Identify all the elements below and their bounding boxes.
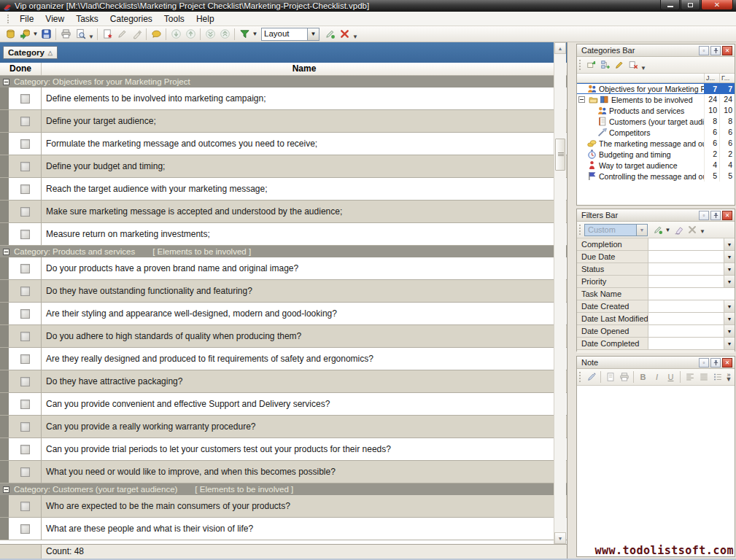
- task-checkbox[interactable]: [20, 524, 30, 534]
- align-left-icon[interactable]: [683, 371, 697, 384]
- close-panel-icon[interactable]: ✕: [722, 46, 732, 55]
- task-checkbox[interactable]: [20, 162, 30, 171]
- toolbar-overflow-icon[interactable]: »▼: [724, 373, 735, 381]
- task-row[interactable]: Define elements to be involved into mark…: [0, 88, 567, 110]
- task-row[interactable]: Define your budget and timing;: [0, 155, 567, 178]
- restore-panel-icon[interactable]: ▫: [699, 46, 709, 55]
- overflow-arrow-icon[interactable]: ▼: [699, 228, 706, 236]
- task-row[interactable]: Define your target audience;: [0, 110, 567, 133]
- task-row[interactable]: Reach the target audience with your mark…: [0, 178, 567, 201]
- task-row[interactable]: Measure return on marketing investments;: [0, 223, 567, 246]
- category-tree-item[interactable]: Customers (your target audience)88: [577, 116, 735, 127]
- filter-value-field[interactable]: [648, 338, 724, 349]
- task-row[interactable]: Make sure marketing message is accepted …: [0, 201, 567, 223]
- delete-layout-icon[interactable]: [337, 28, 352, 41]
- edit-note-icon[interactable]: [584, 371, 598, 384]
- minimize-button[interactable]: [660, 0, 680, 10]
- layout-view-icon[interactable]: [237, 28, 252, 41]
- task-row[interactable]: Can you provide a really working warrant…: [0, 416, 567, 438]
- filter-value-field[interactable]: [648, 288, 735, 300]
- category-tree-item[interactable]: Products and services1010: [577, 105, 735, 116]
- task-checkbox[interactable]: [20, 332, 30, 341]
- task-checkbox[interactable]: [20, 117, 30, 126]
- menu-item-tasks[interactable]: Tasks: [70, 12, 104, 26]
- task-checkbox[interactable]: [20, 354, 30, 364]
- maximize-button[interactable]: [681, 0, 700, 10]
- category-tree-item[interactable]: Way to target audience44: [577, 160, 735, 171]
- category-tree-item[interactable]: Competitors66: [577, 127, 735, 138]
- add-subcategory-icon[interactable]: [598, 59, 612, 71]
- task-notes-icon[interactable]: [149, 28, 163, 41]
- task-checkbox[interactable]: [20, 287, 30, 296]
- bullet-list-icon[interactable]: [710, 371, 724, 384]
- filter-value-field[interactable]: [648, 313, 724, 324]
- move-up-icon[interactable]: [183, 28, 198, 41]
- chevron-down-icon[interactable]: ▼: [724, 251, 735, 262]
- chevron-down-icon[interactable]: ▼: [637, 224, 648, 236]
- filter-value-field[interactable]: [648, 251, 724, 262]
- close-panel-icon[interactable]: ✕: [722, 211, 732, 220]
- categories-column-2[interactable]: Г...: [719, 74, 735, 82]
- delete-task-icon[interactable]: [129, 28, 144, 41]
- chevron-down-icon[interactable]: ▼: [724, 325, 735, 337]
- scroll-down-icon[interactable]: ▼: [554, 532, 566, 544]
- print-icon[interactable]: [58, 28, 73, 41]
- save-database-icon[interactable]: [39, 28, 53, 41]
- task-row[interactable]: What you need or would like to improve, …: [0, 461, 567, 483]
- delete-category-icon[interactable]: [626, 59, 640, 71]
- chevron-down-icon[interactable]: ▼: [724, 313, 735, 324]
- add-category-icon[interactable]: [584, 59, 598, 71]
- move-to-bottom-icon[interactable]: [203, 28, 217, 41]
- collapse-icon[interactable]: [3, 249, 9, 255]
- preview-note-icon[interactable]: [603, 371, 617, 384]
- task-checkbox[interactable]: [20, 467, 30, 477]
- filter-value-field[interactable]: [648, 300, 724, 312]
- bold-icon[interactable]: B: [636, 373, 650, 381]
- task-row[interactable]: Can you provide trial periods to let you…: [0, 438, 567, 461]
- task-row[interactable]: Are they really designed and produced to…: [0, 348, 567, 370]
- category-tree-item[interactable]: The marketing message and outcomes66: [577, 138, 735, 149]
- column-header-name[interactable]: Name: [42, 63, 567, 75]
- task-checkbox[interactable]: [20, 94, 30, 104]
- task-checkbox[interactable]: [20, 264, 30, 273]
- category-tree-item[interactable]: Budgeting and timing22: [577, 149, 735, 160]
- chevron-down-icon[interactable]: ▼: [724, 238, 735, 250]
- category-tree-item[interactable]: Elements to be involved2424: [577, 94, 735, 105]
- category-tree-item[interactable]: Objectives for your Marketing Project77: [577, 83, 735, 94]
- task-checkbox[interactable]: [20, 377, 30, 386]
- align-justify-icon[interactable]: [697, 371, 710, 384]
- task-row[interactable]: Who are expected to be the main consumer…: [0, 495, 567, 518]
- vertical-scrollbar[interactable]: ▲ ▼: [554, 42, 566, 544]
- italic-icon[interactable]: I: [650, 373, 664, 381]
- task-checkbox[interactable]: [20, 207, 30, 217]
- close-button[interactable]: ✕: [701, 0, 733, 10]
- dropdown-arrow-icon[interactable]: ▼: [32, 31, 39, 37]
- filter-value-field[interactable]: [648, 276, 724, 287]
- group-header-row[interactable]: Category: Customers (your target audienc…: [0, 483, 567, 495]
- task-checkbox[interactable]: [20, 502, 30, 511]
- new-database-icon[interactable]: [3, 28, 18, 41]
- clear-filter-icon[interactable]: [671, 224, 685, 236]
- open-database-icon[interactable]: [18, 28, 32, 41]
- chevron-down-icon[interactable]: ▼: [724, 276, 735, 287]
- filter-value-field[interactable]: [648, 238, 724, 250]
- pin-panel-icon[interactable]: [710, 46, 721, 55]
- chevron-down-icon[interactable]: ▼: [724, 263, 735, 275]
- chevron-down-icon[interactable]: ▼: [308, 28, 319, 41]
- edit-category-icon[interactable]: [612, 59, 626, 71]
- chevron-down-icon[interactable]: ▼: [724, 300, 735, 312]
- task-row[interactable]: Do they have outstanding functionality a…: [0, 280, 567, 303]
- chevron-down-icon[interactable]: ▼: [724, 338, 735, 349]
- print-preview-icon[interactable]: [73, 28, 88, 41]
- scroll-up-icon[interactable]: ▲: [554, 42, 566, 54]
- categories-column-1[interactable]: J...: [704, 74, 719, 82]
- move-to-top-icon[interactable]: [217, 28, 232, 41]
- pin-panel-icon[interactable]: [710, 211, 721, 220]
- restore-panel-icon[interactable]: ▫: [699, 358, 709, 368]
- category-tree-item[interactable]: Controlling the message and outcomes55: [577, 171, 735, 182]
- group-header-row[interactable]: Category: Objectives for your Marketing …: [0, 76, 567, 88]
- close-panel-icon[interactable]: ✕: [722, 358, 732, 368]
- dropdown-arrow-icon[interactable]: ▼: [665, 227, 671, 233]
- task-checkbox[interactable]: [20, 230, 30, 239]
- apply-filter-icon[interactable]: [651, 224, 665, 236]
